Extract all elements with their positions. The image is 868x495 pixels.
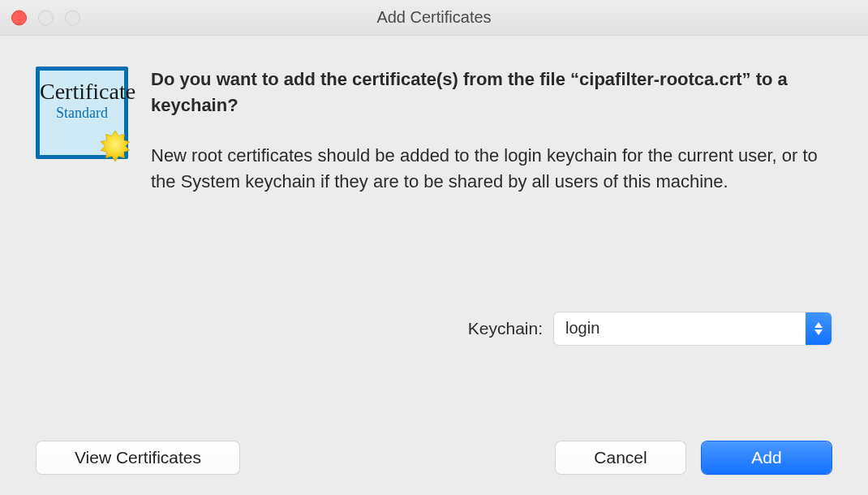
titlebar: Add Certificates (0, 0, 868, 36)
keychain-row: Keychain: login (0, 312, 868, 345)
minimize-icon (38, 10, 54, 25)
certificate-icon-line1: Certificate (40, 79, 124, 105)
certificate-icon: Certificate Standard (36, 67, 128, 159)
cancel-button[interactable]: Cancel (556, 441, 685, 474)
prompt-description: New root certificates should be added to… (151, 143, 832, 195)
button-row: View Certificates Cancel Add (0, 441, 868, 474)
prompt-title: Do you want to add the certificate(s) fr… (151, 67, 832, 118)
keychain-label: Keychain: (468, 319, 543, 338)
add-button[interactable]: Add (702, 441, 831, 474)
window-title: Add Certificates (376, 8, 491, 27)
view-certificates-button[interactable]: View Certificates (37, 441, 239, 474)
close-icon[interactable] (11, 10, 27, 25)
certificate-icon-line2: Standard (40, 105, 124, 122)
zoom-icon (65, 10, 80, 25)
seal-icon (98, 129, 132, 163)
traffic-lights (11, 10, 80, 25)
svg-marker-0 (101, 131, 130, 161)
keychain-select-value: login (554, 312, 806, 345)
dialog-text: Do you want to add the certificate(s) fr… (151, 67, 832, 195)
dialog-content: Certificate Standard Do you want to add … (0, 36, 868, 195)
updown-chevron-icon (806, 312, 831, 345)
keychain-select[interactable]: login (554, 312, 831, 345)
